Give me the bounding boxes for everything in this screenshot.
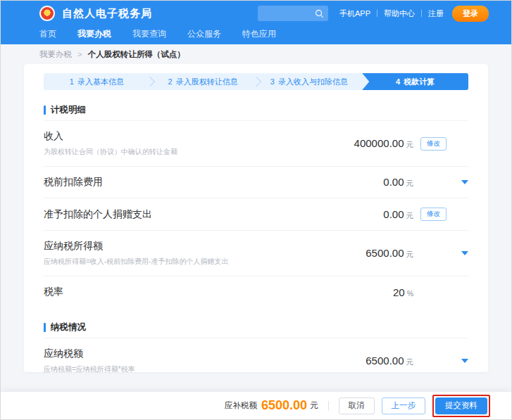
annotation-highlight-box: 提交资料 <box>432 395 490 417</box>
table-row-tax-payable: 应纳税额 应纳税额=应纳税所得额*税率 6500.00元 <box>44 338 468 372</box>
expand-caret-icon[interactable] <box>461 180 468 184</box>
nav-item-home[interactable]: 首页 <box>39 28 56 43</box>
step-2-equity-transfer-info[interactable]: 2 录入股权转让信息 <box>150 73 256 90</box>
table-row-pretax-deduction: 税前扣除费用 0.00元 <box>44 167 468 198</box>
register-link[interactable]: 注册 <box>428 8 444 19</box>
search-icon[interactable] <box>315 9 324 18</box>
login-button[interactable]: 登录 <box>452 6 489 22</box>
help-center-link[interactable]: 帮助中心 <box>384 8 415 19</box>
header: 自然人电子税务局 手机APP 帮助中心 注册 登录 首页 我要办税 我要查询 公… <box>1 1 511 44</box>
search-input[interactable] <box>258 6 328 21</box>
breadcrumb: 我要办税 > 个人股权转让所得（试点） <box>1 44 511 64</box>
due-tax-unit: 元 <box>310 400 318 411</box>
breadcrumb-current: 个人股权转让所得（试点） <box>88 49 185 60</box>
nav-item-tax-handling[interactable]: 我要办税 <box>77 28 111 43</box>
step-progress-bar: 1 录入基本信息 2 录入股权转让信息 3 录入收入与扣除信息 4 税款计算 <box>44 73 468 90</box>
cancel-button[interactable]: 取消 <box>339 397 375 414</box>
nav-item-public-service[interactable]: 公众服务 <box>187 28 221 43</box>
due-tax-amount: 6500.00 <box>261 398 307 413</box>
site-title: 自然人电子税务局 <box>62 7 152 20</box>
section-tax-payment: 纳税情况 <box>44 317 468 338</box>
divider <box>328 401 329 411</box>
modify-donation-button[interactable]: 修改 <box>420 208 447 221</box>
modify-income-button[interactable]: 修改 <box>420 137 447 151</box>
breadcrumb-separator-icon: > <box>77 50 82 58</box>
divider <box>421 10 422 17</box>
step-3-income-deduction-info[interactable]: 3 录入收入与扣除信息 <box>256 73 363 90</box>
submit-button[interactable]: 提交资料 <box>435 397 487 414</box>
tax-bureau-logo <box>39 6 55 21</box>
nav-item-featured-apps[interactable]: 特色应用 <box>242 28 276 43</box>
tax-calculation-card: 1 录入基本信息 2 录入股权转让信息 3 录入收入与扣除信息 4 税款计算 计… <box>24 64 488 372</box>
nav-item-query[interactable]: 我要查询 <box>132 28 166 43</box>
section-tax-detail: 计税明细 <box>44 100 468 121</box>
section-accent-bar <box>44 106 46 115</box>
step-4-tax-calculation[interactable]: 4 税款计算 <box>362 73 468 90</box>
section-accent-bar <box>44 323 46 332</box>
action-footer: 应补税额 6500.00 元 取消 上一步 提交资料 <box>1 392 511 419</box>
step-1-basic-info[interactable]: 1 录入基本信息 <box>44 73 150 90</box>
divider <box>377 10 377 17</box>
mobile-app-link[interactable]: 手机APP <box>339 8 370 19</box>
due-tax-label: 应补税额 <box>225 400 257 411</box>
expand-caret-icon[interactable] <box>461 359 468 363</box>
breadcrumb-parent[interactable]: 我要办税 <box>39 49 72 60</box>
table-row-tax-rate: 税率 20% <box>44 276 468 307</box>
table-row-donation-deduction: 准予扣除的个人捐赠支出 0.00元 修改 <box>44 198 468 231</box>
previous-step-button[interactable]: 上一步 <box>382 397 426 414</box>
table-row-income: 收入 为股权转让合同（协议）中确认的转让金额 400000.00元 修改 <box>44 121 468 167</box>
main-nav: 首页 我要办税 我要查询 公众服务 特色应用 <box>1 26 511 44</box>
expand-caret-icon[interactable] <box>461 251 468 255</box>
table-row-taxable-income: 应纳税所得额 应纳税所得额=收入-税前扣除费用-准予扣除的个人捐赠支出 6500… <box>44 231 468 276</box>
